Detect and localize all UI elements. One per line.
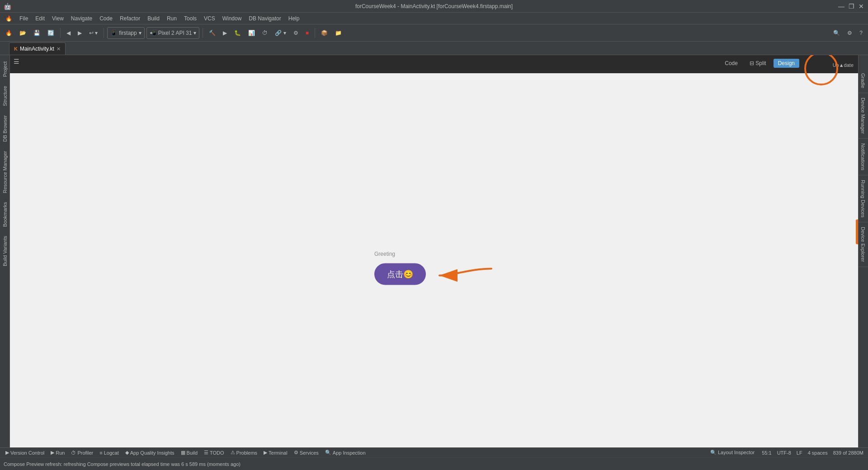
tab-close-button[interactable]: ✕: [57, 46, 61, 52]
firstapp-dropdown[interactable]: 📱 firstapp ▾: [107, 27, 144, 39]
status-problems[interactable]: ⚠ Problems: [228, 448, 260, 457]
toolbar-open-button[interactable]: 📂: [17, 27, 29, 39]
right-panel-running-devices[interactable]: Running Devices: [859, 175, 868, 222]
app-quality-icon: ◆: [125, 450, 129, 456]
toolbar-stop-button[interactable]: ■: [303, 27, 311, 39]
status-app-quality[interactable]: ◆ App Quality Insights: [123, 448, 177, 457]
minimize-button[interactable]: —: [838, 3, 844, 9]
design-view-button[interactable]: Design: [774, 59, 799, 68]
status-todo[interactable]: ☰ TODO: [201, 448, 227, 457]
toolbar-coverage-button[interactable]: 📊: [245, 27, 258, 39]
toolbar-sync-button[interactable]: 🔄: [45, 27, 57, 39]
toolbar-new-button[interactable]: 🔥: [3, 27, 15, 39]
toolbar-gradle-button[interactable]: ⚙: [291, 27, 301, 39]
close-button[interactable]: ✕: [858, 3, 864, 9]
terminal-label: Terminal: [269, 450, 288, 456]
problems-label: Problems: [236, 450, 257, 456]
app-quality-label: App Quality Insights: [130, 450, 175, 456]
window-controls: — ❐ ✕: [838, 3, 864, 9]
sidebar-item-bookmarks[interactable]: Bookmarks: [0, 197, 9, 231]
version-control-icon: ▶: [5, 450, 9, 456]
toolbar-back-button[interactable]: ◀: [64, 27, 73, 39]
status-profiler[interactable]: ⏱ Profiler: [68, 448, 96, 457]
sidebar-item-structure[interactable]: Structure: [0, 81, 9, 111]
toolbar-apk-button[interactable]: 📦: [318, 27, 330, 39]
menu-tools[interactable]: Tools: [180, 14, 200, 23]
right-panel-gradle[interactable]: Gradle: [859, 69, 868, 93]
status-version-control[interactable]: ▶ Version Control: [3, 448, 47, 457]
arrow-annotation: [435, 260, 494, 288]
menu-help[interactable]: Help: [285, 14, 303, 23]
toolbar-attach-button[interactable]: 🔗 ▾: [272, 27, 288, 39]
menu-run[interactable]: Run: [163, 14, 180, 23]
menu-code[interactable]: Code: [96, 14, 116, 23]
sidebar-item-build-variants[interactable]: Build Variants: [0, 231, 9, 271]
design-canvas: Greeting 点击😊: [10, 73, 858, 447]
menu-file[interactable]: File: [16, 14, 32, 23]
menu-navigate[interactable]: Navigate: [67, 14, 96, 23]
toolbar-separator-3: [203, 28, 203, 38]
profiler-icon: ⏱: [71, 450, 76, 456]
tab-main-activity[interactable]: K MainActivity.kt ✕: [9, 42, 66, 55]
menu-refactor[interactable]: Refactor: [116, 14, 144, 23]
toolbar-profile-button[interactable]: ⏱: [259, 27, 270, 39]
status-app-inspection[interactable]: 🔍 App Inspection: [322, 448, 368, 457]
menu-edit[interactable]: Edit: [32, 14, 48, 23]
line-ending[interactable]: LF: [795, 450, 804, 456]
bottom-info-bar: Compose Preview refresh: refreshing Comp…: [0, 457, 868, 470]
toolbar-help-button[interactable]: ?: [857, 27, 865, 39]
firstapp-label: firstapp: [119, 30, 137, 36]
menu-db-navigator[interactable]: DB Navigator: [245, 14, 284, 23]
status-services[interactable]: ⚙ Services: [291, 448, 321, 457]
status-build[interactable]: ▦ Build: [178, 448, 200, 457]
device-label: Pixel 2 API 31: [158, 30, 192, 36]
right-panel-device-explorer[interactable]: Device Explorer: [859, 222, 868, 267]
memory-usage[interactable]: 839 of 2880M: [831, 450, 865, 456]
toolbar-save-button[interactable]: 💾: [31, 27, 43, 39]
device-chevron: ▾: [193, 30, 196, 36]
status-message: Compose Preview refresh: refreshing Comp…: [4, 461, 241, 467]
menu-vcs[interactable]: VCS: [200, 14, 219, 23]
split-view-button[interactable]: ⊟ Split: [745, 59, 771, 68]
sidebar-item-project[interactable]: Project: [0, 57, 9, 81]
status-terminal[interactable]: ▶ Terminal: [261, 448, 290, 457]
device-dropdown[interactable]: 📲 Pixel 2 API 31 ▾: [146, 27, 200, 39]
toolbar-run-button[interactable]: ▶: [220, 27, 230, 39]
right-panel-notifications[interactable]: Notifications: [859, 139, 868, 175]
menu-bar: 🔥 File Edit View Navigate Code Refactor …: [0, 13, 868, 24]
code-view-button[interactable]: Code: [720, 59, 742, 68]
toolbar-separator-4: [315, 28, 315, 38]
status-logcat[interactable]: ≡ Logcat: [97, 448, 121, 457]
sidebar-item-resource-manager[interactable]: Resource Manager: [0, 146, 9, 198]
firstapp-chevron: ▾: [139, 30, 142, 36]
indent[interactable]: 4 spaces: [806, 450, 830, 456]
toolbar-debug-button[interactable]: 🐛: [231, 27, 244, 39]
editor-view-toolbar: Code ⊟ Split Design: [720, 59, 799, 68]
todo-icon: ☰: [204, 450, 208, 456]
maximize-button[interactable]: ❐: [848, 3, 854, 9]
firstapp-icon: 📱: [110, 30, 117, 36]
status-run[interactable]: ▶ Run: [48, 448, 67, 457]
toolbar-undo-button[interactable]: ↩ ▾: [86, 27, 100, 39]
menu-build[interactable]: Build: [144, 14, 163, 23]
update-text[interactable]: Up▲date: [833, 62, 854, 68]
sidebar-item-db-browser[interactable]: DB Browser: [0, 111, 9, 146]
toolbar-device-file-button[interactable]: 📁: [332, 27, 344, 39]
arrow-svg: [435, 260, 494, 287]
toolbar-search-button[interactable]: 🔍: [830, 27, 843, 39]
menu-view[interactable]: View: [48, 14, 67, 23]
toolbar-make-button[interactable]: 🔨: [206, 27, 218, 39]
status-bar: ▶ Version Control ▶ Run ⏱ Profiler ≡ Log…: [0, 447, 868, 457]
encoding[interactable]: UTF-8: [775, 450, 793, 456]
toolbar-settings-button[interactable]: ⚙: [844, 27, 855, 39]
layout-inspector-button[interactable]: 🔍 Layout Inspector: [707, 450, 758, 456]
menu-window[interactable]: Window: [219, 14, 245, 23]
tab-label: MainActivity.kt: [20, 46, 54, 52]
click-button[interactable]: 点击😊: [374, 263, 426, 285]
gutter-icon: ☰: [14, 58, 19, 65]
toolbar-separator-1: [60, 28, 61, 38]
right-panel-device-manager[interactable]: Device Manager: [859, 93, 868, 139]
menu-fire-icon[interactable]: 🔥: [2, 14, 16, 23]
toolbar-forward-button[interactable]: ▶: [75, 27, 85, 39]
toolbar: 🔥 📂 💾 🔄 ◀ ▶ ↩ ▾ 📱 firstapp ▾ 📲 Pixel 2 A…: [0, 24, 868, 42]
